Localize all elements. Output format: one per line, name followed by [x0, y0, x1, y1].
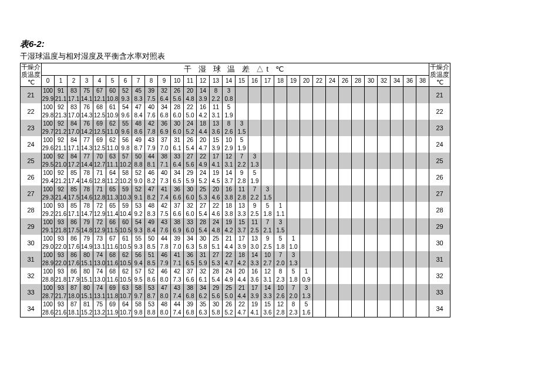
- cell-value: 22.0: [55, 243, 68, 251]
- row-temp-left: 34: [21, 300, 42, 317]
- cell-value: 11: [248, 218, 261, 227]
- cell-value: 27: [197, 202, 210, 210]
- cell-value: [326, 153, 339, 161]
- cell-value: [365, 185, 378, 194]
- cell-value: 59: [119, 185, 132, 194]
- cell-value: 2.7: [261, 259, 274, 268]
- cell-value: 20: [236, 268, 248, 276]
- cell-value: [403, 194, 416, 202]
- cell-value: 3.9: [210, 144, 223, 153]
- cell-value: 14.9: [80, 243, 93, 251]
- cell-value: [287, 218, 300, 227]
- cell-value: 7: [248, 185, 261, 194]
- cell-value: 24: [223, 268, 236, 276]
- cell-value: [326, 268, 339, 276]
- cell-value: [416, 259, 429, 268]
- cell-value: 7: [236, 153, 248, 161]
- cell-value: [248, 120, 261, 128]
- cell-value: 44: [145, 153, 158, 161]
- cell-value: [352, 259, 365, 268]
- cell-value: 11.3: [106, 194, 119, 202]
- delta-t-col-header: 19: [287, 76, 300, 87]
- cell-value: [365, 169, 378, 177]
- cell-value: [403, 268, 416, 276]
- cell-value: 75: [80, 87, 93, 96]
- cell-value: 4.9: [223, 276, 236, 284]
- cell-value: [339, 120, 352, 128]
- delta-t-col-header: 15: [236, 76, 248, 87]
- delta-t-col-header: 2: [68, 76, 80, 87]
- cell-value: 27: [184, 153, 197, 161]
- cell-value: 7.8: [158, 243, 171, 251]
- cell-value: [326, 202, 339, 210]
- cell-value: [365, 136, 378, 144]
- cell-value: [416, 235, 429, 243]
- cell-value: 100: [42, 284, 55, 292]
- cell-value: [352, 169, 365, 177]
- cell-value: 100: [42, 185, 55, 194]
- cell-value: 41: [171, 251, 184, 259]
- row-temp-left: 24: [21, 136, 42, 153]
- cell-value: 41: [158, 185, 171, 194]
- cell-value: 43: [158, 218, 171, 227]
- cell-value: [339, 292, 352, 300]
- cell-value: [300, 111, 313, 120]
- cell-value: [416, 300, 429, 309]
- cell-value: 6.8: [158, 111, 171, 120]
- cell-value: 29.9: [42, 95, 55, 103]
- cell-value: [287, 95, 300, 103]
- cell-value: [416, 243, 429, 251]
- cell-value: [391, 210, 403, 218]
- cell-value: [365, 153, 378, 161]
- cell-value: 86: [68, 218, 80, 227]
- cell-value: 6.0: [171, 128, 184, 136]
- cell-value: 73: [93, 235, 106, 243]
- cell-value: [300, 185, 313, 194]
- cell-value: [274, 136, 287, 144]
- cell-value: 21: [236, 284, 248, 292]
- cell-value: [339, 111, 352, 120]
- cell-value: 1.5: [236, 128, 248, 136]
- cell-value: 17.6: [68, 259, 80, 268]
- delta-t-col-header: 14: [223, 76, 236, 87]
- cell-value: [236, 103, 248, 111]
- cell-value: [261, 161, 274, 169]
- cell-value: [339, 169, 352, 177]
- cell-value: 53: [132, 202, 145, 210]
- cell-value: 36: [158, 120, 171, 128]
- cell-value: [403, 169, 416, 177]
- cell-value: 18.1: [68, 309, 80, 317]
- cell-value: [416, 251, 429, 259]
- row-temp-left: 23: [21, 120, 42, 136]
- cell-value: 30: [184, 185, 197, 194]
- cell-value: 12.5: [93, 111, 106, 120]
- cell-value: 66: [106, 218, 119, 227]
- cell-value: [326, 235, 339, 243]
- cell-value: 8.7: [132, 144, 145, 153]
- cell-value: [352, 300, 365, 309]
- cell-value: 0.9: [300, 276, 313, 284]
- cell-value: 6.5: [184, 259, 197, 268]
- cell-value: 22: [184, 103, 197, 111]
- cell-value: 11.6: [106, 259, 119, 268]
- cell-value: 14: [223, 169, 236, 177]
- cell-value: [416, 153, 429, 161]
- cell-value: [313, 136, 326, 144]
- cell-value: 6.5: [171, 177, 184, 185]
- cell-value: 100: [42, 218, 55, 227]
- cell-value: [403, 153, 416, 161]
- cell-value: [287, 128, 300, 136]
- cell-value: 27: [210, 251, 223, 259]
- cell-value: 18.0: [68, 292, 80, 300]
- cell-value: 16: [223, 185, 236, 194]
- cell-value: [352, 161, 365, 169]
- cell-value: 10.5: [119, 276, 132, 284]
- humidity-table: 干燥介质温度℃干 湿 球 温 差 △t ℃干燥介质温度℃012345678910…: [20, 63, 450, 317]
- cell-value: 34: [158, 103, 171, 111]
- cell-value: [274, 120, 287, 128]
- cell-value: [313, 227, 326, 235]
- cell-value: [391, 111, 403, 120]
- cell-value: [365, 194, 378, 202]
- row-temp-right: 33: [429, 284, 450, 300]
- cell-value: 8.6: [145, 276, 158, 284]
